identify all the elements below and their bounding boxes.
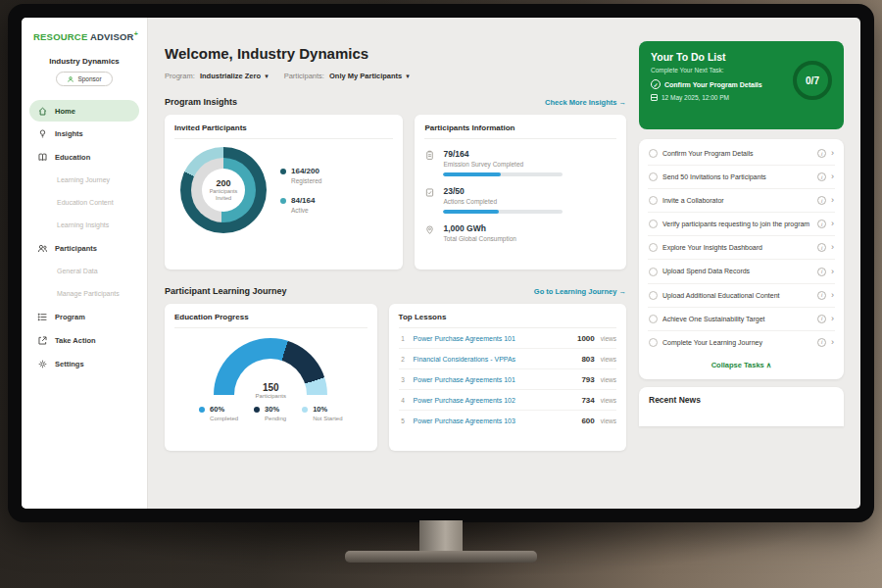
people-icon	[37, 243, 48, 254]
task-checkbox[interactable]	[649, 196, 658, 205]
task-item[interactable]: Send 50 Invitations to Participants i ›	[648, 166, 835, 189]
task-checkbox[interactable]	[649, 172, 658, 181]
task-item[interactable]: Complete Your Learning Journey i ›	[648, 331, 835, 354]
go-to-learning-journey-link[interactable]: Go to Learning Journey →	[534, 287, 626, 296]
program-select-label: Program:	[165, 72, 195, 80]
chevron-down-icon[interactable]: ▾	[265, 73, 269, 79]
task-item[interactable]: Upload Spend Data Records i ›	[648, 260, 835, 283]
sidebar-item-learning-insights[interactable]: Learning Insights	[22, 214, 147, 236]
stat-global-consumption: 1,000 GWh Total Global Consumption	[424, 223, 616, 242]
app-logo: RESOURCE ADVISOR+	[22, 18, 147, 42]
stat-emission-survey: 79/164 Emission Survey Completed	[424, 149, 616, 176]
info-icon[interactable]: i	[817, 220, 826, 228]
home-icon	[37, 106, 48, 117]
calendar-icon	[651, 94, 658, 101]
lesson-views: 600	[581, 416, 594, 425]
legend-dot	[199, 407, 205, 413]
task-item[interactable]: Upload Additional Educational Content i …	[648, 284, 835, 308]
info-icon[interactable]: i	[817, 149, 826, 158]
task-item[interactable]: Explore Your Insights Dashboard i ›	[648, 236, 835, 260]
sidebar-item-program[interactable]: Program	[22, 305, 147, 328]
sidebar-item-participants[interactable]: Participants	[22, 236, 147, 260]
sidebar-item-take-action[interactable]: Take Action	[22, 328, 147, 352]
program-select[interactable]: Industrialize Zero	[200, 72, 261, 80]
info-icon[interactable]: i	[817, 315, 826, 323]
task-item[interactable]: Invite a Collaborator i ›	[648, 189, 835, 213]
sidebar-item-home[interactable]: Home	[29, 100, 139, 122]
info-icon[interactable]: i	[817, 172, 826, 181]
brand-primary: RESOURCE	[33, 31, 87, 42]
todo-summary-card: Your To Do List Complete Your Next Task:…	[639, 41, 844, 129]
learning-journey-header: Participant Learning Journey Go to Learn…	[165, 286, 626, 296]
filter-bar: Program: Industrialize Zero ▾ Participan…	[165, 72, 626, 80]
sidebar-item-insights[interactable]: Insights	[22, 122, 147, 145]
info-icon[interactable]: i	[817, 268, 826, 276]
sponsor-badge[interactable]: Sponsor	[56, 72, 113, 86]
task-item[interactable]: Verify participants requesting to join t…	[648, 213, 835, 236]
sidebar-item-label: Take Action	[55, 336, 96, 345]
todo-task-list: Confirm Your Program Details i › Send 50…	[639, 139, 844, 379]
task-label: Upload Additional Educational Content	[662, 291, 812, 300]
collapse-tasks-button[interactable]: Collapse Tasks ∧	[648, 354, 835, 376]
task-checkbox[interactable]	[649, 315, 658, 323]
legend-dot	[254, 407, 260, 413]
card-title: Top Lessons	[399, 313, 616, 328]
lesson-link[interactable]: Power Purchase Agreements 101	[414, 335, 571, 342]
brand-plus: +	[134, 30, 138, 37]
brand-secondary: ADVISOR	[90, 31, 134, 42]
chevron-right-icon[interactable]: ›	[831, 315, 834, 323]
chevron-right-icon[interactable]: ›	[831, 196, 834, 205]
legend-value: 84/164	[291, 196, 315, 205]
check-more-insights-link[interactable]: Check More Insights →	[545, 98, 626, 107]
lesson-rank: 1	[399, 335, 408, 342]
stat-value: 1,000 GWh	[443, 223, 515, 233]
insights-cards-row: Invited Participants 200 Participants In…	[165, 115, 626, 270]
lesson-rank: 5	[399, 417, 408, 424]
sidebar-item-settings[interactable]: Settings	[22, 352, 147, 375]
task-checkbox[interactable]	[649, 220, 658, 228]
task-checkbox[interactable]	[649, 268, 658, 276]
task-checkbox[interactable]	[649, 149, 658, 158]
info-icon[interactable]: i	[817, 291, 826, 300]
chevron-right-icon[interactable]: ›	[831, 291, 834, 300]
lesson-link[interactable]: Power Purchase Agreements 101	[414, 376, 576, 383]
book-icon	[37, 152, 48, 163]
sidebar-item-education[interactable]: Education	[22, 145, 147, 169]
participants-select[interactable]: Only My Participants	[329, 72, 402, 80]
lesson-link[interactable]: Power Purchase Agreements 103	[414, 417, 576, 424]
chevron-right-icon[interactable]: ›	[831, 268, 834, 276]
task-checkbox[interactable]	[649, 338, 658, 347]
sidebar-item-education-content[interactable]: Education Content	[22, 191, 147, 214]
chevron-right-icon[interactable]: ›	[831, 338, 834, 347]
stat-label: Total Global Consumption	[443, 235, 515, 242]
gauge-legend: 60% Completed 30% Pending 10% Not Starte…	[174, 405, 368, 421]
legend-not-started: 10% Not Started	[302, 405, 342, 421]
sidebar-item-learning-journey[interactable]: Learning Journey	[22, 169, 147, 191]
lesson-link[interactable]: Financial Considerations - VPPAs	[414, 356, 576, 363]
lesson-views-suffix: views	[601, 356, 616, 363]
chevron-right-icon[interactable]: ›	[831, 149, 834, 158]
task-item[interactable]: Achieve One Sustainability Target i ›	[648, 308, 835, 331]
info-icon[interactable]: i	[817, 196, 826, 205]
legend-label: Active	[291, 207, 321, 214]
chevron-right-icon[interactable]: ›	[831, 243, 834, 252]
todo-progress-ring: 0/7	[793, 61, 832, 100]
chevron-right-icon[interactable]: ›	[831, 172, 834, 181]
recent-news-card: Recent News	[639, 387, 844, 426]
task-checkbox[interactable]	[649, 243, 658, 252]
stat-label: Emission Survey Completed	[443, 161, 563, 168]
chevron-right-icon[interactable]: ›	[831, 220, 834, 228]
chevron-down-icon[interactable]: ▾	[406, 73, 410, 79]
lesson-link[interactable]: Power Purchase Agreements 102	[414, 397, 576, 404]
task-item[interactable]: Confirm Your Program Details i ›	[648, 142, 835, 166]
gauge-center-value: 150	[214, 382, 327, 393]
lesson-views-suffix: views	[601, 397, 616, 404]
info-icon[interactable]: i	[817, 338, 826, 347]
progress-bar	[443, 210, 563, 214]
info-icon[interactable]: i	[817, 243, 826, 252]
sidebar-item-label: Program	[55, 313, 85, 321]
sidebar-item-general-data[interactable]: General Data	[22, 260, 147, 282]
monitor-stand-base	[345, 551, 537, 563]
task-checkbox[interactable]	[649, 291, 658, 300]
sidebar-item-manage-participants[interactable]: Manage Participants	[22, 282, 147, 305]
